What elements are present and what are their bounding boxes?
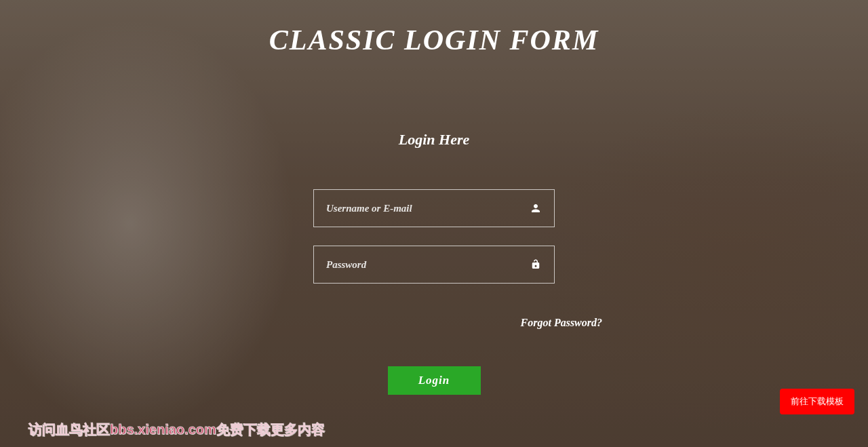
username-input[interactable] [326, 203, 530, 214]
password-field-wrapper[interactable] [313, 246, 555, 284]
forgot-password-link[interactable]: Forgot Password? [361, 317, 602, 329]
watermark-text: 访问血鸟社区bbs.xieniao.com免费下载更多内容 [28, 421, 325, 439]
login-button[interactable]: Login [388, 366, 481, 395]
login-container: CLASSIC LOGIN FORM Login Here Forgot Pas… [0, 0, 868, 395]
unlock-icon [530, 258, 542, 271]
form-heading: Login Here [399, 131, 470, 149]
user-icon [530, 202, 542, 214]
password-input[interactable] [326, 259, 530, 271]
username-field-wrapper[interactable] [313, 189, 555, 227]
login-form: Login Here Forgot Password? Login [0, 131, 868, 395]
page-title: CLASSIC LOGIN FORM [269, 24, 599, 56]
download-template-button[interactable]: 前往下载模板 [780, 389, 854, 414]
